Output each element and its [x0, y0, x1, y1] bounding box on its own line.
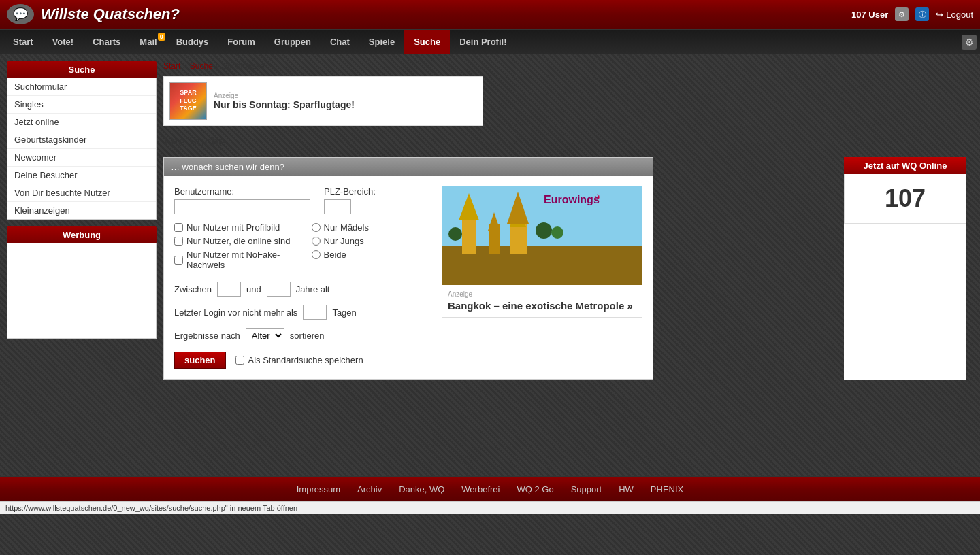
nav-gear-icon[interactable]: ⚙ — [962, 35, 977, 50]
letzter-login-label: Letzter Login vor nicht mehr als — [174, 307, 297, 318]
filter-jungs-label: Nur Jungs — [324, 236, 364, 246]
ad-top-banner: SPAR FLUG TAGE Anzeige Nur bis Sonntag: … — [163, 76, 483, 126]
search-box-header: … wonach suchen wir denn? — [164, 158, 653, 176]
logout-icon: ↪ — [936, 10, 943, 20]
footer-hw[interactable]: HW — [619, 484, 634, 494]
sidebar-link-jetzt-online[interactable]: Jetzt online — [7, 114, 156, 131]
sort-row: Ergebnisse nach Alter sortieren — [174, 328, 435, 343]
username-label: Benutzername: — [174, 186, 310, 197]
sidebar-link-kleinanzeigen[interactable]: Kleinanzeigen — [7, 202, 156, 219]
breadcrumb: Start » Suche » Suchmaske — [163, 61, 973, 71]
nav-suche[interactable]: Suche — [404, 30, 450, 54]
ad-right-title[interactable]: Bangkok – eine exotische Metropole » — [448, 300, 636, 312]
age-row: Zwischen und Jahre alt — [174, 282, 435, 297]
nav-profil[interactable]: Dein Profil! — [450, 30, 516, 54]
sidebar-werbung-title: Werbung — [7, 226, 157, 243]
footer-impressum[interactable]: Impressum — [297, 484, 340, 494]
checkbox-col: Nur Nutzer mit Profilbild Nur Nutzer, di… — [174, 222, 298, 273]
filter-online-row: Nur Nutzer, die online sind — [174, 236, 298, 246]
ad-right-anzeige-label: Anzeige — [448, 290, 636, 298]
header-right: 107 User ⚙ ⓘ ↪ Logout — [851, 7, 973, 21]
filter-nofake-row: Nur Nutzer mit NoFake-Nachweis — [174, 250, 298, 270]
sidebar-link-von-dir[interactable]: Von Dir besuchte Nutzer — [7, 184, 156, 202]
search-button[interactable]: suchen — [174, 352, 226, 369]
status-bar: https://www.willstequatschen.de/0_new_wq… — [0, 501, 980, 514]
sidebar-link-geburtstagskinder[interactable]: Geburtstagskinder — [7, 131, 156, 149]
filter-jungs-radio[interactable] — [312, 237, 321, 246]
nav-vote[interactable]: Vote! — [43, 30, 84, 54]
mail-badge: 0 — [158, 33, 165, 41]
filter-online-label: Nur Nutzer, die online sind — [186, 236, 290, 246]
online-box-count: 107 — [844, 174, 966, 224]
filter-maedels-row: Nur Mädels — [312, 222, 436, 233]
sidebar-link-singles[interactable]: Singles — [7, 96, 156, 114]
filter-row: Nur Nutzer mit Profilbild Nur Nutzer, di… — [174, 222, 435, 273]
sidebar: Suche Suchformular Singles Jetzt online … — [7, 61, 157, 456]
breadcrumb-current: Suchmaske — [222, 61, 265, 71]
svg-text:Eurowings: Eurowings — [544, 194, 600, 205]
footer-archiv[interactable]: Archiv — [357, 484, 382, 494]
filter-profilbild-checkbox[interactable] — [174, 223, 183, 232]
sortieren-label: sortieren — [290, 331, 325, 341]
logout-button[interactable]: ↪ Logout — [936, 10, 973, 20]
status-url: https://www.willstequatschen.de/0_new_wq… — [5, 504, 297, 512]
content-wrapper: … wonach suchen wir denn? Benutzername: — [163, 157, 973, 380]
save-search-checkbox[interactable] — [235, 356, 244, 365]
filter-maedels-radio[interactable] — [312, 223, 321, 232]
main-container: Suche Suchformular Singles Jetzt online … — [0, 54, 980, 462]
nav-charts[interactable]: Charts — [83, 30, 130, 54]
filter-maedels-label: Nur Mädels — [324, 222, 369, 233]
svg-point-12 — [551, 226, 564, 239]
radio-col: Nur Mädels Nur Jungs Beide — [312, 222, 436, 273]
plz-label: PLZ-Bereich: — [324, 186, 435, 197]
ergebnisse-label: Ergebnisse nach — [174, 331, 240, 341]
filter-profilbild-row: Nur Nutzer mit Profilbild — [174, 222, 298, 233]
settings-icon[interactable]: ⚙ — [895, 7, 909, 21]
sort-select[interactable]: Alter — [246, 328, 284, 343]
days-input[interactable] — [303, 305, 327, 320]
logo-icon: 💬 — [7, 4, 34, 24]
footer-wq2go[interactable]: WQ 2 Go — [517, 484, 553, 494]
plz-col: PLZ-Bereich: — [324, 186, 435, 214]
ad-top-image: SPAR FLUG TAGE — [169, 82, 207, 120]
filter-nofake-checkbox[interactable] — [174, 256, 183, 265]
save-search-label: Als Standardsuche speichern — [248, 355, 363, 365]
search-form-area: Benutzername: PLZ-Bereich: — [174, 186, 435, 369]
nav-chat[interactable]: Chat — [321, 30, 359, 54]
breadcrumb-start[interactable]: Start — [163, 61, 180, 71]
age-from-input[interactable] — [217, 282, 241, 297]
tagen-label: Tagen — [332, 307, 356, 318]
filter-nofake-label: Nur Nutzer mit NoFake-Nachweis — [186, 250, 298, 270]
username-input[interactable] — [174, 199, 310, 214]
sidebar-link-newcomer[interactable]: Newcomer — [7, 149, 156, 167]
plz-input[interactable] — [324, 199, 351, 214]
filter-beide-row: Beide — [312, 250, 436, 260]
breadcrumb-suche[interactable]: Suche — [190, 61, 213, 71]
ad-right-body: Anzeige Bangkok – eine exotische Metropo… — [442, 285, 642, 318]
age-to-input[interactable] — [267, 282, 291, 297]
sidebar-link-suchformular[interactable]: Suchformular — [7, 78, 156, 96]
nav-mail[interactable]: Mail 0 — [130, 30, 166, 54]
filter-beide-label: Beide — [324, 250, 346, 260]
nav-buddys[interactable]: Buddys — [167, 30, 218, 54]
filter-profilbild-label: Nur Nutzer mit Profilbild — [186, 222, 280, 233]
content-main: … wonach suchen wir denn? Benutzername: — [163, 157, 844, 380]
sidebar-werbung-area — [7, 243, 157, 339]
nav-forum[interactable]: Forum — [218, 30, 264, 54]
nav-spiele[interactable]: Spiele — [359, 30, 404, 54]
nav-gruppen[interactable]: Gruppen — [265, 30, 321, 54]
logo-area: 💬 Willste Quatschen? — [7, 4, 180, 24]
footer-danke[interactable]: Danke, WQ — [399, 484, 444, 494]
ad-right-image: Eurowings ✈ — [442, 186, 642, 285]
ad-top-text[interactable]: Nur bis Sonntag: Sparflugtage! — [214, 99, 355, 110]
user-count-header: 107 User — [851, 10, 888, 20]
online-box: Jetzt auf WQ Online 107 — [844, 157, 966, 380]
nav-start[interactable]: Start — [3, 30, 43, 54]
sidebar-link-deine-besucher[interactable]: Deine Besucher — [7, 167, 156, 184]
filter-online-checkbox[interactable] — [174, 237, 183, 246]
filter-beide-radio[interactable] — [312, 250, 321, 259]
footer-support[interactable]: Support — [571, 484, 602, 494]
footer-werbefrei[interactable]: Werbefrei — [461, 484, 500, 494]
info-icon[interactable]: ⓘ — [915, 7, 929, 21]
footer-phenix[interactable]: PHENIX — [651, 484, 683, 494]
